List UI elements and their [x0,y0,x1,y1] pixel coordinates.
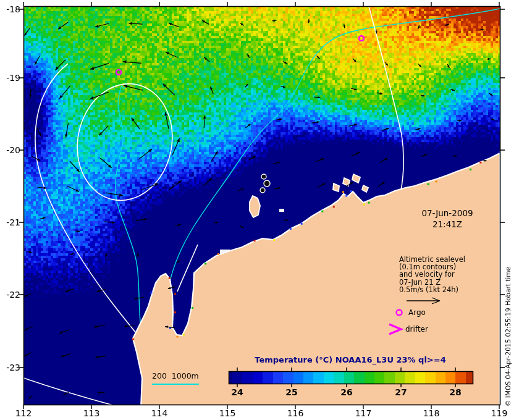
colorbar-tick-label: 26 [335,387,358,397]
x-tick-label: 116 [283,408,308,418]
y-tick-label: -22 [0,290,20,300]
x-tick-label: 114 [147,408,172,418]
x-tick-label: 115 [215,408,240,418]
x-tick-label: 118 [419,408,444,418]
copyright-credit: © IMOS 04-Apr-2015 02:55:19 Hobart time [504,267,512,406]
y-tick-label: -19 [0,73,20,83]
colorbar-tick-label: 25 [281,387,303,397]
x-tick-label: 117 [351,408,376,418]
x-tick-label: 113 [79,408,104,418]
x-tick-label: 112 [11,408,36,418]
date-text: 07-Jun-2009 [404,208,491,219]
sst-map-figure: -18-19-20-21-22-23 112113114115116117118… [0,0,519,420]
colorbar-tick-label: 27 [390,387,412,397]
drifter-legend-label: drifter [405,325,428,334]
y-tick-label: -21 [0,217,20,227]
bathymetry-scale-label: 200 1000m [152,371,199,380]
colorbar-tick-label: 28 [444,387,466,397]
y-tick-label: -18 [0,4,20,14]
y-tick-label: -20 [0,145,20,155]
timestamp-label: 07-Jun-2009 21:41Z [404,208,491,230]
argo-legend-label: Argo [408,308,426,317]
annotation-line: 07-Jun 21 Z [399,279,465,286]
colorbar-title: Temperature (°C) NOAA16_L3U 23% ql>=4 [242,355,458,364]
annotation-line: 0.5m/s (1kt 24h) [399,286,465,293]
y-tick-label: -23 [0,363,20,372]
colorbar-tick-label: 24 [226,387,248,397]
altimetry-annotation: Altimetric sealevel(0.1m contours)and ve… [399,256,465,293]
x-tick-label: 119 [487,408,512,418]
time-text: 21:41Z [404,219,491,230]
annotation-line: and velocity for [399,271,465,278]
